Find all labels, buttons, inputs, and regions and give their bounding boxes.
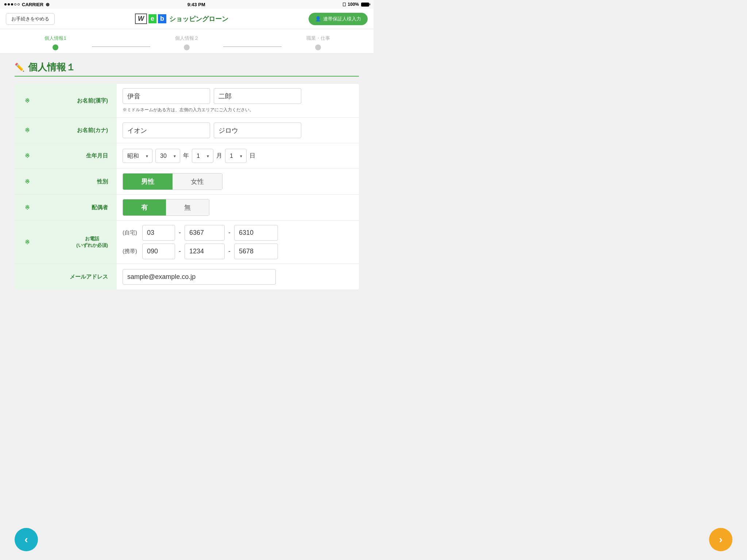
day-select[interactable]: 1 [225, 149, 247, 163]
battery-label: 100% [348, 2, 359, 7]
phone-sep-1: - [179, 229, 181, 237]
status-right: ⎕ 100% [343, 2, 369, 7]
step-2: 個人情報２ [150, 35, 223, 50]
gender-toggle-group: 男性 女性 [123, 173, 222, 190]
progress-steps: 個人情報1 個人情報２ 職業・仕事 [19, 35, 355, 50]
input-row-kana [123, 122, 353, 138]
logo-w: W [135, 13, 147, 24]
month-select[interactable]: 1 [192, 149, 213, 163]
phone-mobile-2[interactable] [185, 244, 225, 259]
label-name-kana: ※ お名前(カナ) [15, 118, 117, 143]
pencil-icon: ✏️ [15, 63, 24, 72]
status-left: CARRIER ⊛ [4, 2, 50, 7]
time-display: 9:43 PM [187, 2, 205, 7]
logo-text: ショッピングローン [169, 15, 228, 23]
era-select[interactable]: 明治 大正 昭和 平成 令和 [123, 149, 152, 163]
required-mark-birth: ※ [25, 152, 30, 159]
phone-home-2[interactable] [185, 225, 225, 241]
form-row-birthdate: ※ 生年月日 明治 大正 昭和 平成 令和 ▼ [15, 143, 359, 169]
spouse-no-button[interactable]: 無 [166, 199, 209, 215]
step-2-dot [184, 44, 190, 50]
step-line-1 [92, 46, 150, 47]
form-row-gender: ※ 性別 男性 女性 [15, 169, 359, 195]
day-select-wrap: 1 ▼ [225, 149, 247, 163]
phone-mobile-type: (携帯) [123, 248, 137, 255]
progress-section: 個人情報1 個人情報２ 職業・仕事 [0, 29, 374, 54]
phone-home-type: (自宅) [123, 229, 137, 236]
spouse-toggle-group: 有 無 [123, 199, 209, 216]
form-row-name-kanji: ※ お名前(漢字) ※ミドルネームがある方は、左側の入力エリアにご入力ください。 [15, 84, 359, 118]
phone-mobile-3[interactable] [234, 244, 278, 259]
date-row: 明治 大正 昭和 平成 令和 ▼ 30 ▼ 年 [123, 149, 353, 163]
required-mark: ※ [25, 97, 30, 104]
step-1-dot [53, 44, 58, 50]
kana-last-input[interactable] [214, 122, 301, 138]
wifi-icon: ⊛ [46, 2, 50, 7]
required-mark-phone: ※ [25, 239, 30, 246]
phone-mobile-1[interactable] [142, 244, 175, 259]
label-phone: ※ お電話 (いずれか必須) [15, 221, 117, 264]
step-line-2 [223, 46, 282, 47]
input-name-kanji: ※ミドルネームがある方は、左側の入力エリアにご入力ください。 [117, 84, 359, 117]
title-underline [15, 76, 359, 77]
battery-icon [361, 3, 369, 7]
bluetooth-icon: ⎕ [343, 2, 345, 7]
year-select-wrap: 30 ▼ [155, 149, 180, 163]
gender-male-button[interactable]: 男性 [123, 174, 173, 190]
required-mark-gender: ※ [25, 178, 30, 185]
input-spouse: 有 無 [117, 195, 359, 220]
day-unit: 日 [249, 152, 255, 160]
month-select-wrap: 1 ▼ [192, 149, 213, 163]
era-select-wrap: 明治 大正 昭和 平成 令和 ▼ [123, 149, 152, 163]
cosigner-button[interactable]: 👤 連帯保証人様入力 [309, 13, 368, 25]
logo-e: e [148, 14, 156, 23]
input-birthdate: 明治 大正 昭和 平成 令和 ▼ 30 ▼ 年 [117, 143, 359, 168]
label-gender: ※ 性別 [15, 169, 117, 194]
gender-female-button[interactable]: 女性 [173, 174, 222, 190]
phone-home-3[interactable] [234, 225, 278, 241]
form-row-spouse: ※ 配偶者 有 無 [15, 195, 359, 221]
label-spouse: ※ 配偶者 [15, 195, 117, 220]
cancel-button[interactable]: お手続きをやめる [6, 13, 55, 25]
input-phone: (自宅) - - (携帯) - - [117, 221, 359, 264]
form-row-email: メールアドレス [15, 264, 359, 289]
logo-b: b [158, 14, 166, 23]
kanji-last-input[interactable] [214, 88, 301, 104]
page-title: 個人情報１ [28, 61, 76, 74]
kana-first-input[interactable] [123, 122, 210, 138]
logo-area: W e b ショッピングローン [135, 13, 228, 24]
phone-mobile-row: (携帯) - - [123, 244, 353, 259]
label-birthdate: ※ 生年月日 [15, 143, 117, 168]
input-email [117, 264, 359, 289]
form-container: ※ お名前(漢字) ※ミドルネームがある方は、左側の入力エリアにご入力ください。… [15, 84, 359, 289]
month-unit: 月 [216, 152, 222, 160]
phone-label-sub: (いずれか必須) [76, 242, 108, 249]
input-gender: 男性 女性 [117, 169, 359, 194]
person-icon: 👤 [315, 16, 321, 22]
step-3: 職業・仕事 [282, 35, 355, 50]
page-content: ✏️ 個人情報１ ※ お名前(漢字) ※ミドルネームがある方は、左側の入力エリア… [0, 54, 374, 319]
label-name-kanji: ※ お名前(漢字) [15, 84, 117, 117]
phone-sep-3: - [179, 248, 181, 255]
year-unit: 年 [183, 152, 189, 160]
phone-sep-4: - [228, 248, 231, 255]
carrier-label: CARRIER [22, 2, 43, 7]
kanji-hint: ※ミドルネームがある方は、左側の入力エリアにご入力ください。 [123, 107, 353, 113]
input-name-kana [117, 118, 359, 143]
phone-label: お電話 [76, 236, 108, 242]
navbar: お手続きをやめる W e b ショッピングローン 👤 連帯保証人様入力 [0, 9, 374, 29]
signal-icon [4, 3, 20, 5]
page-title-row: ✏️ 個人情報１ [15, 61, 359, 74]
step-1: 個人情報1 [19, 35, 92, 50]
spouse-yes-button[interactable]: 有 [123, 199, 166, 215]
year-select[interactable]: 30 [155, 149, 180, 163]
phone-home-1[interactable] [142, 225, 175, 241]
required-mark-spouse: ※ [25, 204, 30, 211]
email-input[interactable] [123, 269, 276, 285]
phone-home-row: (自宅) - - [123, 225, 353, 241]
form-row-phone: ※ お電話 (いずれか必須) (自宅) - - (携帯) [15, 221, 359, 264]
required-mark-kana: ※ [25, 127, 30, 134]
step-3-dot [315, 44, 321, 50]
label-email: メールアドレス [15, 264, 117, 289]
kanji-first-input[interactable] [123, 88, 210, 104]
